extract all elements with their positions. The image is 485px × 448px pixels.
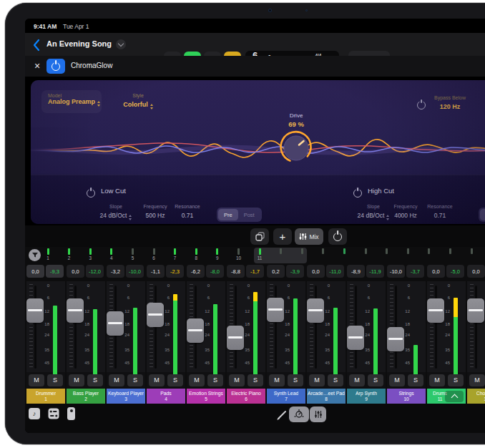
channel-name[interactable]: Emotion Strings5 xyxy=(187,389,225,404)
mute-button[interactable]: M xyxy=(269,374,285,386)
mix-button[interactable]: Mix xyxy=(295,228,323,245)
fader-handle[interactable] xyxy=(347,326,364,350)
channel-name[interactable]: Arcade…eet Pad8 xyxy=(307,389,346,404)
song-title[interactable]: An Evening Song xyxy=(46,39,112,48)
scale-label: 0 xyxy=(157,283,170,288)
nav-meter-bar xyxy=(132,248,134,255)
chevron-up-icon xyxy=(451,394,458,401)
mute-button[interactable]: M xyxy=(309,374,325,386)
mute-button[interactable]: M xyxy=(149,374,165,386)
scale-label: 6 xyxy=(357,296,370,300)
nav-channel-2[interactable]: 2 xyxy=(64,248,75,260)
fader-db-value: 0,0 xyxy=(307,265,325,278)
nav-channel-11[interactable]: 11 xyxy=(254,248,265,260)
nav-channel-offscreen xyxy=(466,248,477,254)
channel-name[interactable]: Drums11 xyxy=(427,389,466,404)
play-surface-button[interactable] xyxy=(67,407,75,420)
faders-icon xyxy=(314,410,323,419)
channel-name[interactable]: Bass Player2 xyxy=(67,389,105,404)
solo-button[interactable]: S xyxy=(47,374,63,386)
fader-db-value: -10,0 xyxy=(387,265,405,278)
solo-button[interactable]: S xyxy=(248,374,263,386)
nav-channel-3[interactable]: 3 xyxy=(84,248,96,260)
nav-channel-10[interactable]: 10 xyxy=(232,248,244,260)
solo-button[interactable]: S xyxy=(127,374,143,386)
mixer-power-button[interactable] xyxy=(328,228,347,245)
solo-button[interactable]: S xyxy=(408,374,423,386)
mute-button[interactable]: M xyxy=(29,374,44,386)
fader-handle[interactable] xyxy=(147,303,164,327)
filter-button[interactable] xyxy=(29,249,41,261)
channel-strip-5: -6,2 -8,0 061218243545 M S Emotion Strin… xyxy=(187,265,225,404)
scale-label: 12 xyxy=(357,309,370,313)
song-menu-button[interactable] xyxy=(116,39,126,49)
mixer-view-button[interactable] xyxy=(310,406,326,422)
nav-meter-bar xyxy=(259,248,261,255)
solo-button[interactable]: S xyxy=(288,374,303,386)
channel-name[interactable]: Synth Lead7 xyxy=(267,389,305,404)
mute-button[interactable]: M xyxy=(189,374,205,386)
add-track-button[interactable]: + xyxy=(273,228,292,245)
nav-meter-bar xyxy=(174,248,176,255)
close-icon[interactable]: × xyxy=(34,60,40,72)
nav-channel-offscreen xyxy=(318,248,329,254)
plugin-power-button[interactable] xyxy=(46,59,65,74)
nav-channel-5[interactable]: 5 xyxy=(127,248,138,260)
nav-channel-number: 3 xyxy=(89,255,92,260)
collapse-plugin-button[interactable] xyxy=(445,391,464,402)
fader-handle[interactable] xyxy=(227,326,244,350)
channel-name[interactable]: Arp Synth9 xyxy=(347,389,386,404)
plugins-button[interactable] xyxy=(48,408,59,419)
mute-button[interactable]: M xyxy=(109,374,124,386)
fader-handle[interactable] xyxy=(387,327,404,351)
filter-icon xyxy=(31,252,39,258)
solo-button[interactable]: S xyxy=(167,374,183,386)
nav-channel-1[interactable]: 1 xyxy=(42,248,54,260)
mute-button[interactable]: M xyxy=(389,374,405,386)
fader-handle[interactable] xyxy=(427,298,444,323)
fader-handle[interactable] xyxy=(187,318,204,343)
mute-button[interactable]: M xyxy=(429,374,445,386)
solo-button[interactable]: S xyxy=(368,374,383,386)
back-icon[interactable] xyxy=(33,39,40,52)
channel-name[interactable]: Electric Piano6 xyxy=(227,389,265,404)
fader-handle[interactable] xyxy=(467,298,484,323)
scale-label: 0 xyxy=(197,283,210,288)
solo-button[interactable]: S xyxy=(87,374,103,386)
nav-channel-9[interactable]: 9 xyxy=(212,248,223,260)
mute-button[interactable]: M xyxy=(349,374,365,386)
fader-handle[interactable] xyxy=(107,311,124,336)
scale-label: 0 xyxy=(117,283,129,288)
peak-db-value: -5,0 xyxy=(446,265,464,278)
browser-button[interactable]: ♪ xyxy=(29,408,40,419)
fader-handle[interactable] xyxy=(67,298,84,323)
keyboard-icon xyxy=(70,409,73,412)
fader-handle[interactable] xyxy=(267,298,284,322)
mute-button[interactable]: M xyxy=(469,374,485,386)
edit-pencil-icon[interactable] xyxy=(277,409,288,420)
channel-name[interactable]: Drummer1 xyxy=(26,389,65,404)
scale-label: 45 xyxy=(437,361,450,365)
nav-channel-number: 1 xyxy=(46,255,49,260)
fader-handle[interactable] xyxy=(307,298,324,323)
mute-button[interactable]: M xyxy=(69,374,84,386)
solo-button[interactable]: S xyxy=(328,374,343,386)
nav-channel-8[interactable]: 8 xyxy=(190,248,202,260)
fader-handle[interactable] xyxy=(26,298,44,323)
nav-channel-6[interactable]: 6 xyxy=(148,248,160,260)
nav-channel-4[interactable]: 4 xyxy=(106,248,117,260)
channel-name[interactable]: Keyboard Player3 xyxy=(107,389,145,404)
solo-button[interactable]: S xyxy=(207,374,223,386)
mute-button[interactable]: M xyxy=(229,374,245,386)
channel-name[interactable]: Chorus V12 xyxy=(467,389,485,404)
controls-view-button[interactable] xyxy=(289,406,309,422)
duplicate-button[interactable] xyxy=(250,228,269,245)
fader-db-value: 0,0 xyxy=(467,265,485,278)
channel-name[interactable]: Pads4 xyxy=(147,389,185,404)
solo-button[interactable]: S xyxy=(448,374,464,386)
scale-label: 6 xyxy=(397,296,410,300)
nav-channel-7[interactable]: 7 xyxy=(170,248,181,260)
peak-db-value: -11,0 xyxy=(326,265,344,278)
front-camera xyxy=(268,9,272,12)
channel-name[interactable]: Strings10 xyxy=(387,389,426,404)
